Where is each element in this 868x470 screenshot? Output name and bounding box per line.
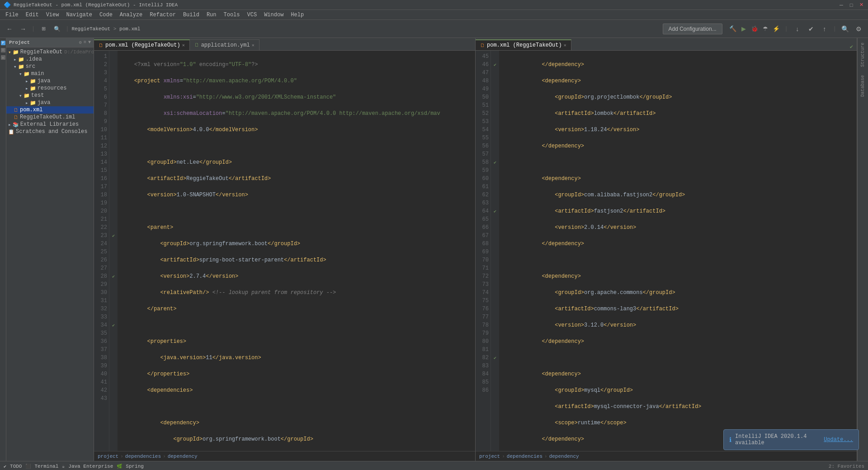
rln-82: 82 (476, 354, 489, 362)
menu-refactor[interactable]: Refactor (146, 11, 179, 19)
menu-vcs[interactable]: VCS (244, 11, 261, 19)
gi-16 (109, 175, 118, 183)
bc-left-project[interactable]: project (98, 454, 118, 459)
bc-right-dependencies[interactable]: dependencies (507, 454, 542, 459)
menu-file[interactable]: File (2, 11, 22, 19)
spring-button[interactable]: Spring (126, 464, 144, 469)
settings-button[interactable]: ⚙ (853, 23, 864, 35)
rln-70: 70 (476, 256, 489, 264)
menu-tools[interactable]: Tools (220, 11, 244, 19)
menu-help[interactable]: Help (287, 11, 307, 19)
left-tab-pom-close[interactable]: ✕ (182, 43, 185, 48)
java-enterprise-button[interactable]: Java Enterprise (68, 464, 113, 469)
find-button[interactable]: 🔍 (839, 23, 851, 35)
tree-item-main[interactable]: ▾ 📁 main (6, 70, 94, 77)
maven-sidebar-icon[interactable] (862, 457, 864, 461)
rgi-54 (491, 126, 499, 134)
app-icon: 🔷 (4, 1, 11, 9)
tree-item-external-libs[interactable]: ▸ 📚 External Libraries (6, 121, 94, 128)
gi-29 (109, 280, 118, 289)
recent-files-button[interactable]: ⊞ (38, 23, 49, 35)
notification-update-link[interactable]: Update... (824, 437, 853, 443)
database-sidebar-icon[interactable]: Database (859, 73, 866, 99)
bc-left-dependencies[interactable]: dependencies (125, 454, 161, 459)
tree-item-test[interactable]: ▾ 📁 test (6, 92, 94, 99)
rgi-69 (491, 248, 499, 256)
run-button[interactable]: ▶ (739, 24, 749, 34)
rgi-59 (491, 166, 499, 175)
tree-item-java-test[interactable]: ▸ 📁 java (6, 99, 94, 106)
left-tab-yml-close[interactable]: ✕ (252, 43, 255, 48)
rgi-55 (491, 134, 499, 142)
project-options-icon[interactable]: ≡ (84, 40, 86, 45)
menu-view[interactable]: View (42, 11, 63, 19)
bc-right-dependency[interactable]: dependency (549, 454, 579, 459)
tree-item-java-main[interactable]: ▸ 📁 java (6, 77, 94, 85)
menu-window[interactable]: Window (260, 11, 287, 19)
structure-icon[interactable]: ≡ (1, 48, 5, 52)
project-sync-icon[interactable]: ⚙ (79, 40, 82, 45)
close-button[interactable]: ✕ (858, 2, 864, 8)
rcl-53: <groupId>com.alibaba.fastjson2</groupId> (503, 191, 853, 199)
menu-edit[interactable]: Edit (22, 11, 42, 19)
code-line-4: xsi:schemaLocation="http://maven.apache.… (121, 109, 472, 118)
debug-button[interactable]: 🐞 (750, 24, 760, 34)
tree-item-iml[interactable]: 🗋 ReggieTakeOut.iml (6, 114, 94, 121)
tree-item-resources[interactable]: ▸ 📁 resources (6, 85, 94, 92)
tab-icon-yml: 🗋 (194, 42, 199, 48)
right-code-area[interactable]: 45 46 47 48 49 50 51 52 53 54 55 56 (476, 51, 857, 451)
tree-item-root[interactable]: ▾ 📁 ReggieTakeOut D:/IdeaProject (6, 48, 94, 56)
menu-build[interactable]: Build (179, 11, 203, 19)
vcs-update-button[interactable]: ↓ (792, 23, 803, 35)
gi-23: ✔ (109, 232, 118, 240)
vcs-commit-button[interactable]: ✔ (805, 23, 817, 35)
profiler-button[interactable]: ⚡ (771, 24, 781, 34)
favorites-icon[interactable]: ★ (1, 55, 5, 60)
vcs-push-button[interactable]: ↑ (819, 23, 830, 35)
coverage-button[interactable]: ☂ (760, 24, 770, 34)
right-tab-pom-xml[interactable]: 🗋 pom.xml (ReggieTakeOut) ✕ (476, 39, 571, 50)
favorites-tab[interactable]: 2: Favorites (829, 464, 864, 469)
left-code-content[interactable]: <?xml version="1.0" encoding="UTF-8"?> <… (118, 51, 475, 451)
forward-button[interactable]: → (17, 23, 29, 35)
maximize-button[interactable]: □ (848, 2, 854, 8)
gi-18 (109, 191, 118, 199)
add-configuration-button[interactable]: Add Configuration... (663, 24, 722, 34)
tree-item-scratches[interactable]: 📋 Scratches and Consoles (6, 128, 94, 135)
tree-item-idea[interactable]: ▸ 📁 .idea (6, 56, 94, 63)
project-icon[interactable]: P (1, 41, 5, 45)
menu-analyze[interactable]: Analyze (116, 11, 146, 19)
rcl-52: <dependency> (503, 175, 853, 183)
toolbar: ← → | ⊞ 🔍 | ReggieTakeOut > pom.xml Add … (0, 20, 868, 38)
file-name[interactable]: pom.xml (119, 26, 140, 32)
build-button[interactable]: 🔨 (728, 24, 738, 34)
tree-item-src[interactable]: ▾ 📁 src (6, 63, 94, 70)
minimize-button[interactable]: ─ (838, 2, 844, 8)
titlebar-controls[interactable]: ─ □ ✕ (838, 2, 864, 8)
left-code-area[interactable]: 1 2 3 4 5 6 7 8 9 10 11 12 13 (94, 51, 475, 451)
tree-item-pom-xml[interactable]: 🗋 pom.xml (6, 106, 94, 114)
menu-navigate[interactable]: Navigate (62, 11, 96, 19)
left-tab-yml[interactable]: 🗋 application.yml ✕ (190, 39, 259, 50)
rln-60: 60 (476, 175, 489, 183)
ln-14: 14 (95, 158, 107, 166)
right-tab-pom-close[interactable]: ✕ (564, 43, 566, 48)
todo-button[interactable]: TODO (10, 464, 22, 469)
right-code-content[interactable]: </dependency> <dependency> <groupId>org.… (499, 51, 857, 451)
code-line-19: <java.version>11</java.version> (121, 354, 472, 362)
menu-code[interactable]: Code (96, 11, 116, 19)
bc-right-project[interactable]: project (479, 454, 500, 459)
project-collapse-icon[interactable]: ▼ (88, 40, 91, 45)
ln-26: 26 (95, 256, 107, 264)
bc-left-dependency[interactable]: dependency (168, 454, 198, 459)
project-name[interactable]: ReggieTakeOut (71, 26, 110, 32)
left-tab-pom-xml[interactable]: 🗋 pom.xml (ReggieTakeOut) ✕ (94, 39, 190, 50)
bc-left-sep2: › (163, 454, 166, 459)
rcl-61: <version>3.12.0</version> (503, 321, 853, 329)
menu-run[interactable]: Run (203, 11, 220, 19)
structure-sidebar-icon[interactable]: Structure (859, 41, 866, 69)
folder-collapse-ext-icon: ▸ (8, 122, 11, 128)
back-button[interactable]: ← (4, 23, 15, 35)
terminal-button[interactable]: Terminal (34, 464, 58, 469)
search-everywhere-button[interactable]: 🔍 (51, 23, 63, 35)
